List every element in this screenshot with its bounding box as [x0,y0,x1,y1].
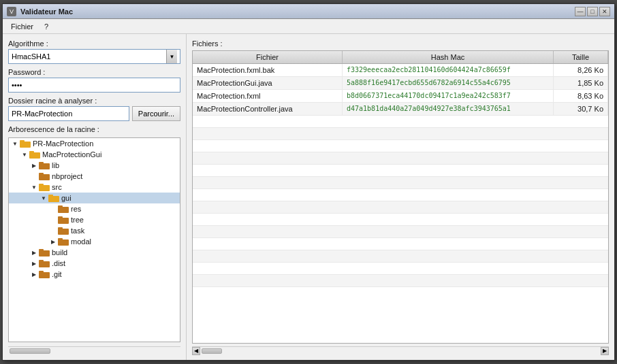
tree-name-task: task [71,227,84,235]
left-panel: Algorithme : HmacSHA1 ▼ Password : Dossi… [3,34,187,360]
col-taille: Taille [554,51,608,63]
title-bar: V Validateur Mac — □ ✕ [3,4,614,19]
tree-item-nbproject[interactable]: nbproject [9,171,180,182]
algorithm-combobox[interactable]: HmacSHA1 ▼ [8,49,180,64]
maximize-button[interactable]: □ [587,7,598,16]
tree-item-res[interactable]: res [9,203,180,214]
scroll-left-icon[interactable]: ◀ [192,347,200,355]
menu-help[interactable]: ? [39,21,54,32]
svg-rect-23 [39,260,44,262]
td-taille: 8,63 Ko [554,90,608,102]
table-row-empty [193,250,608,263]
tree-toggle-build[interactable]: ▶ [29,248,39,257]
tree-toggle-git[interactable]: ▶ [29,269,39,279]
svg-rect-21 [39,249,44,251]
td-taille: 8,26 Ko [554,64,608,76]
table-row[interactable]: MacProtection.fxml.bak f3329eeecaa2ecb28… [193,64,608,77]
folder-label: Dossier racine à analyser : [8,97,180,105]
folder-icon-task [58,227,69,235]
tree-toggle-lib[interactable]: ▶ [29,161,39,170]
svg-rect-2 [29,152,40,159]
right-panel: Fichiers : Fichier Hash Mac Taille MacPr… [187,34,614,360]
folder-input[interactable] [8,106,129,121]
tree-item-lib[interactable]: ▶ lib [9,160,180,171]
tree-name-macgui: MacProtectionGui [42,150,101,159]
table-row-empty [193,263,608,275]
tree-toggle-gui[interactable]: ▼ [39,193,48,203]
table-row[interactable]: MacProtection.fxml b8d0667371eca44170dc0… [193,90,608,103]
menu-fichier[interactable]: Fichier [5,21,39,32]
tree-item-git[interactable]: ▶ .git [9,269,180,280]
td-taille: 1,85 Ko [554,77,608,89]
tree-item-gui[interactable]: ▼ gui [9,193,180,203]
tree-toggle-modal[interactable]: ▶ [48,237,58,246]
table-row-empty [193,201,608,214]
tree-name-lib: lib [52,161,59,169]
svg-rect-9 [39,184,44,186]
svg-rect-7 [39,173,44,175]
svg-rect-17 [58,227,63,229]
tree-toggle-src[interactable]: ▼ [29,182,39,192]
td-fichier: MacProtectionController.java [193,103,343,115]
svg-rect-5 [39,162,44,164]
td-hash: 5a888f16e9417ecbd655d6782a6914c55a4c6795 [343,77,554,89]
tree-name-tree: tree [71,216,84,224]
table-row-empty [193,226,608,238]
tree-item-modal[interactable]: ▶ modal [9,236,180,247]
tree-label: Arborescence de la racine : [8,125,180,133]
table-row[interactable]: MacProtectionController.java d47a1b81da4… [193,103,608,116]
password-input[interactable] [8,78,180,93]
tree-name-build: build [52,248,67,257]
table-row-empty [193,189,608,201]
folder-icon-dist [39,259,50,267]
folder-icon-git [39,270,50,278]
minimize-button[interactable]: — [575,7,586,16]
table-body: MacProtection.fxml.bak f3329eeecaa2ecb28… [193,64,608,343]
folder-icon-pr [20,139,31,148]
tree-item-task[interactable]: task [9,225,180,236]
tree-name-gui: gui [61,194,72,202]
table-row-empty [193,275,608,287]
svg-rect-13 [58,205,63,208]
td-fichier: MacProtectionGui.java [193,77,343,89]
tree-item-dist[interactable]: ▶ .dist [9,258,180,269]
table-row[interactable]: MacProtectionGui.java 5a888f16e9417ecbd6… [193,77,608,90]
tree-name-src: src [52,183,62,191]
tree-name-dist: .dist [52,259,65,267]
folder-icon-macgui [29,150,40,159]
svg-rect-15 [58,216,63,218]
svg-rect-16 [58,229,69,235]
tree-horizontal-scrollbar[interactable] [8,346,180,354]
table-scrollbar-thumb[interactable] [202,348,222,354]
svg-rect-20 [39,250,50,257]
svg-rect-12 [58,207,69,213]
td-fichier: MacProtection.fxml.bak [193,64,343,76]
tree-toggle-macgui[interactable]: ▼ [20,150,29,159]
table-row-empty [193,177,608,189]
tree-container[interactable]: ▼ PR-MacProtection ▼ MacProtectionGui ▶ … [8,137,180,342]
folder-icon-gui [48,194,59,202]
tree-item-macgui[interactable]: ▼ MacProtectionGui [9,149,180,160]
tree-item-src[interactable]: ▼ src [9,182,180,193]
algorithm-label: Algorithme : [8,39,180,48]
close-button[interactable]: ✕ [599,7,610,16]
svg-rect-4 [39,163,50,169]
tree-item-pr[interactable]: ▼ PR-MacProtection [9,138,180,149]
folder-icon-res [58,205,69,213]
tree-toggle-pr[interactable]: ▼ [10,139,20,148]
tree-name-modal: modal [71,237,91,246]
browse-button[interactable]: Parcourir... [132,106,180,121]
table-row-empty [193,165,608,177]
table-row-empty [193,238,608,250]
folder-icon-lib [39,161,50,169]
tree-toggle-dist[interactable]: ▶ [29,259,39,268]
svg-rect-14 [58,218,69,224]
tree-scrollbar-thumb[interactable] [10,348,50,354]
table-row-empty [193,128,608,140]
tree-item-build[interactable]: ▶ build [9,247,180,258]
tree-item-tree[interactable]: tree [9,214,180,225]
scroll-right-icon[interactable]: ▶ [601,347,609,355]
table-horizontal-scrollbar[interactable]: ◀ ▶ [192,346,609,354]
window-controls: — □ ✕ [575,7,610,16]
folder-icon-src [39,183,50,191]
